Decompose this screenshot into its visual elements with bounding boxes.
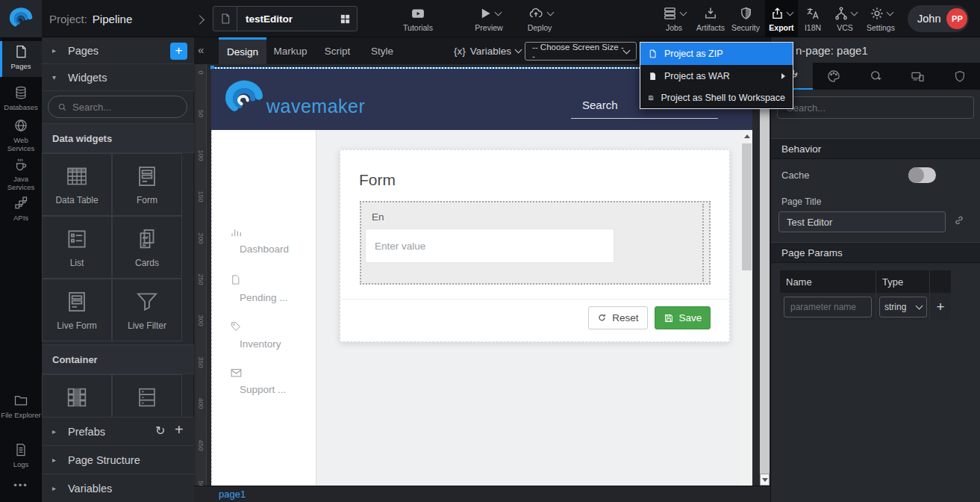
export-label: Export xyxy=(769,23,793,32)
param-name-input[interactable] xyxy=(784,297,872,317)
preview-nav-support[interactable]: Support ... xyxy=(230,368,313,395)
variables-prefix: {x} xyxy=(454,46,466,57)
more-menu-icon[interactable]: ••• xyxy=(0,480,42,491)
sidebar-item-databases[interactable]: Databases xyxy=(0,82,42,114)
widget-card-accordion[interactable]: Accordion xyxy=(112,374,182,417)
canvas-scrollbar[interactable] xyxy=(760,67,770,486)
cache-toggle[interactable] xyxy=(908,167,936,183)
widget-card-list[interactable]: List xyxy=(42,216,112,279)
tab-security[interactable] xyxy=(939,63,980,90)
save-button[interactable]: Save xyxy=(655,306,711,329)
preview-search-label[interactable]: Search xyxy=(582,99,618,111)
sidebar-item-web-services[interactable]: Web Services xyxy=(0,115,42,154)
scrollbar-thumb[interactable] xyxy=(742,143,752,270)
wavemaker-logo[interactable] xyxy=(0,0,42,37)
user-menu[interactable]: John PP xyxy=(908,5,969,32)
live-form-icon xyxy=(64,289,90,314)
artifacts-button[interactable]: Artifacts xyxy=(692,0,729,37)
form-field-input[interactable] xyxy=(365,229,614,263)
param-type-select[interactable]: string xyxy=(879,297,927,317)
screen-size-select[interactable]: -- Choose Screen Size -- xyxy=(525,42,637,61)
widget-card-live-filter[interactable]: Live Filter xyxy=(112,279,182,341)
scroll-down-icon[interactable] xyxy=(760,474,770,486)
reset-button[interactable]: Reset xyxy=(588,306,648,329)
security-button[interactable]: Security xyxy=(726,0,765,37)
sidebar-item-label: Databases xyxy=(4,103,37,111)
reset-label: Reset xyxy=(612,312,638,323)
widgets-section-header[interactable]: ▾ Widgets xyxy=(42,64,194,91)
chevron-down-icon xyxy=(787,8,794,16)
preview-nav-dashboard[interactable]: Dashboard xyxy=(230,227,313,255)
preview-scrollbar[interactable] xyxy=(741,130,752,487)
deploy-button[interactable]: Deploy xyxy=(518,0,561,37)
sidebar-item-logs[interactable]: Logs xyxy=(0,439,42,471)
widget-card-data-table[interactable]: Data Table xyxy=(42,153,112,216)
screen-size-value: -- Choose Screen Size -- xyxy=(532,43,624,61)
tutorials-button[interactable]: Tutorials xyxy=(397,0,439,37)
menu-item-project-as-war[interactable]: Project as WAR xyxy=(640,65,793,87)
tab-design[interactable]: Design xyxy=(219,37,266,64)
chevron-down-icon xyxy=(886,8,893,16)
variables-section-header[interactable]: ▸ Variables xyxy=(42,474,194,502)
preview-nav-pending[interactable]: Pending ... xyxy=(230,273,313,303)
prefabs-section-header[interactable]: ▸ Prefabs xyxy=(42,417,194,446)
tab-style[interactable]: Style xyxy=(361,37,404,64)
add-page-button[interactable]: + xyxy=(170,43,187,60)
variables-dropdown[interactable]: {x} Variables xyxy=(454,37,521,64)
widget-card-form[interactable]: Form xyxy=(112,153,182,216)
menu-item-project-as-zip[interactable]: Project as ZIP xyxy=(640,43,793,65)
page-tab[interactable]: page1 xyxy=(219,489,246,500)
tab-styles[interactable] xyxy=(813,63,855,90)
preview-nav-inventory[interactable]: Inventory xyxy=(230,320,313,350)
i18n-button[interactable]: I18N xyxy=(799,0,827,37)
scroll-up-icon[interactable] xyxy=(741,130,752,142)
page-params-section-header[interactable]: Page Params xyxy=(771,242,980,263)
project-label: Project: xyxy=(49,13,87,25)
form-card[interactable]: Form En Reset Save xyxy=(340,149,730,342)
dashboard-grid-icon[interactable] xyxy=(333,13,357,25)
form-widget-frame[interactable]: En xyxy=(360,201,711,285)
widget-card-grid-layout[interactable]: Grid Layout xyxy=(42,374,112,417)
tab-devices[interactable] xyxy=(897,63,939,90)
collapse-panel-icon[interactable]: « xyxy=(198,43,204,56)
sidebar-item-java-services[interactable]: Java Services xyxy=(0,154,42,193)
tab-markup[interactable]: Markup xyxy=(266,37,314,64)
behavior-section-header[interactable]: Behavior xyxy=(771,138,980,159)
page-structure-section-header[interactable]: ▸ Page Structure xyxy=(42,446,194,474)
data-table-icon xyxy=(63,164,90,189)
vcs-button[interactable]: VCS xyxy=(828,0,861,37)
caret-right-icon: ▸ xyxy=(52,427,60,436)
preview-page[interactable]: wavemaker Search Dashboard Pending ... I… xyxy=(211,67,752,486)
tab-events[interactable] xyxy=(855,63,896,90)
preview-search-underline[interactable] xyxy=(571,118,718,119)
widget-card-live-form[interactable]: Live Form xyxy=(42,279,112,341)
widget-label: Data Table xyxy=(55,195,98,205)
frame-resize-strip[interactable] xyxy=(702,204,706,282)
ruler-tick: 350 xyxy=(197,356,205,369)
jobs-button[interactable]: Jobs xyxy=(657,0,691,37)
page-title-input[interactable] xyxy=(778,211,946,232)
menu-item-project-as-shell[interactable]: Project as Shell to Workspace xyxy=(640,87,793,108)
add-param-button[interactable]: + xyxy=(936,299,944,315)
refresh-prefabs-icon[interactable]: ↻ xyxy=(155,424,165,438)
widget-search-input[interactable] xyxy=(72,102,169,113)
editor-tab[interactable]: testEditor xyxy=(213,6,358,31)
devices-icon xyxy=(910,69,926,84)
project-breadcrumb: Project: Pipeline xyxy=(49,0,132,37)
widget-card-cards[interactable]: Cards xyxy=(112,216,182,279)
widget-search[interactable] xyxy=(48,96,187,118)
preview-button[interactable]: Preview xyxy=(467,0,511,37)
export-button[interactable]: Export xyxy=(765,0,798,37)
settings-button[interactable]: Settings xyxy=(862,0,899,37)
sidebar-item-apis[interactable]: APIs xyxy=(0,193,42,224)
form-icon xyxy=(134,164,160,189)
user-name: John xyxy=(917,13,940,25)
link-bind-icon[interactable] xyxy=(953,214,965,226)
tab-script[interactable]: Script xyxy=(314,37,361,64)
add-prefab-icon[interactable]: + xyxy=(175,421,184,439)
list-icon xyxy=(64,226,90,252)
chevron-down-icon xyxy=(515,46,522,54)
sidebar-item-file-explorer[interactable]: File Explorer xyxy=(0,390,42,429)
properties-search-input[interactable] xyxy=(777,96,974,119)
sidebar-item-pages[interactable]: Pages xyxy=(0,41,42,77)
